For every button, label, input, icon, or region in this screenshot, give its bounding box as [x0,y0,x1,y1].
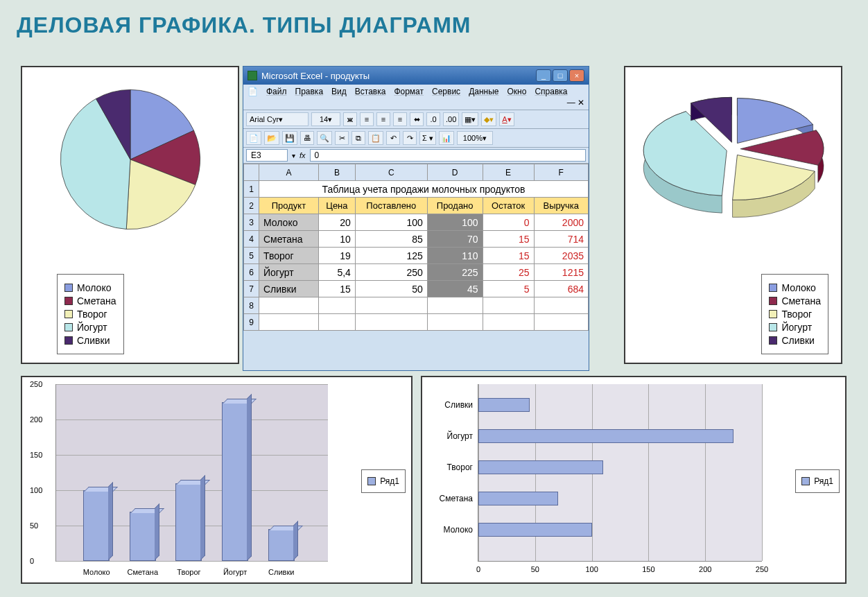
x-tick-label: Молоко [76,568,117,576]
font-color-button[interactable]: A▾ [499,112,514,126]
excel-titlebar[interactable]: Microsoft Excel - продукты _ □ × [243,67,589,85]
table-row[interactable]: 7 Сливки 15 50 45 5 684 [244,281,589,297]
menu-insert[interactable]: Вставка [355,87,386,96]
y-category-label: Молоко [444,525,478,535]
y-tick-label: 250 [30,380,325,388]
pie-legend-right: МолокоСметанаТворогЙогуртСливки [761,274,828,354]
col-header-e[interactable]: E [483,164,534,181]
standard-toolbar: 📄 📂 💾 🖶 🔍 ✂ ⧉ 📋 ↶ ↷ Σ ▾ 📊 100% ▾ [243,129,589,148]
horizontal-bar [478,492,558,505]
legend-item: Молоко [64,282,116,293]
menu-data[interactable]: Данные [469,87,498,96]
x-tick-label: Сливки [261,568,302,576]
open-button[interactable]: 📂 [264,131,279,145]
font-size-select[interactable]: 14 ▾ [311,112,340,126]
y-category-label: Сливки [444,400,478,410]
col-header-a[interactable]: A [259,164,319,181]
undo-button[interactable]: ↶ [386,131,400,145]
x-tick-label: 50 [531,565,539,573]
x-tick-label: 150 [642,565,654,573]
formula-input[interactable]: 0 [310,149,586,162]
table-row[interactable]: 6 Йогурт 5,4 250 225 25 1215 [244,264,589,281]
header-supplied[interactable]: Поставлено [355,198,427,214]
save-button[interactable]: 💾 [282,131,297,145]
column-bar [83,490,110,561]
fill-color-button[interactable]: ◆▾ [481,112,496,126]
header-revenue[interactable]: Выручка [534,198,588,214]
horizontal-bar [478,523,592,537]
header-product[interactable]: Продукт [259,198,319,214]
menu-help[interactable]: Справка [535,87,567,96]
redo-button[interactable]: ↷ [403,131,417,145]
maximize-button[interactable]: □ [553,69,568,82]
y-tick-label: 150 [30,451,325,459]
header-rest[interactable]: Остаток [483,198,534,214]
col-header-d[interactable]: D [427,164,483,181]
horizontal-bar [478,398,530,412]
legend-item: Творог [64,309,116,320]
name-box-dropdown-icon[interactable]: ▾ [292,152,295,159]
align-left-button[interactable]: ≡ [360,112,374,126]
legend-item: Сливки [64,335,116,346]
zoom-select[interactable]: 100% ▾ [457,131,493,145]
new-button[interactable]: 📄 [246,131,261,145]
decrease-decimal-button[interactable]: .00 [443,112,459,126]
align-center-button[interactable]: ≡ [376,112,390,126]
font-name-select[interactable]: Arial Cyr ▾ [246,112,309,126]
increase-decimal-button[interactable]: .0 [426,112,440,126]
doc-icon: 📄 [248,87,258,96]
bar-chart-horizontal-panel: 050100150200250СливкиЙогуртТворогСметана… [421,376,847,584]
table-title-cell[interactable]: Таблица учета продажи молочных продуктов [259,181,589,198]
menu-edit[interactable]: Правка [295,87,324,96]
chart-wizard-button[interactable]: 📊 [439,131,454,145]
excel-menubar: 📄 Файл Правка Вид Вставка Формат Сервис … [243,85,589,110]
column-chart-plot: 050100150200250МолокоСметанаТворогЙогурт… [55,384,328,562]
menu-window[interactable]: Окно [507,87,526,96]
copy-button[interactable]: ⧉ [351,131,365,145]
menu-file[interactable]: Файл [266,87,287,96]
x-tick-label: 100 [585,565,598,573]
autosum-button[interactable]: Σ ▾ [419,131,436,145]
column-bar [130,512,156,561]
page-title: ДЕЛОВАЯ ГРАФИКА. ТИПЫ ДИАГРАММ [0,0,868,45]
menu-format[interactable]: Формат [394,87,424,96]
x-tick-label: Йогурт [214,568,256,576]
align-right-button[interactable]: ≡ [393,112,407,126]
col-header-b[interactable]: B [318,164,355,181]
column-chart-legend: Ряд1 [361,469,406,493]
x-tick-label: 200 [699,565,711,573]
col-header-f[interactable]: F [534,164,588,181]
table-row[interactable]: 3 Молоко 20 100 100 0 2000 [244,214,589,231]
cut-button[interactable]: ✂ [335,131,349,145]
excel-window: Microsoft Excel - продукты _ □ × 📄 Файл … [243,66,589,371]
table-row[interactable]: 4 Сметана 10 85 70 15 714 [244,231,589,248]
preview-button[interactable]: 🔍 [317,131,332,145]
menu-view[interactable]: Вид [331,87,347,96]
header-price[interactable]: Цена [318,198,355,214]
pie-chart-2d-panel: МолокоСметанаТворогЙогуртСливки [21,66,239,364]
x-tick-label: 250 [756,565,768,573]
bold-button[interactable]: ж [343,112,357,126]
y-category-label: Сметана [439,494,478,503]
table-row[interactable]: 5 Творог 19 125 110 15 2035 [244,248,589,264]
format-toolbar: Arial Cyr ▾ 14 ▾ ж ≡ ≡ ≡ ⬌ .0 .00 ▦▾ ◆▾ … [243,110,589,129]
spreadsheet-grid[interactable]: A B C D E F 1Таблица учета продажи молоч… [243,164,589,331]
header-sold[interactable]: Продано [427,198,483,214]
legend-item: Йогурт [64,322,116,333]
name-box[interactable]: E3 [246,149,288,162]
excel-window-title: Microsoft Excel - продукты [261,71,532,81]
merge-button[interactable]: ⬌ [410,112,424,126]
bar-chart-legend: Ряд1 [795,469,840,493]
col-header-c[interactable]: C [355,164,427,181]
borders-button[interactable]: ▦▾ [462,112,478,126]
menu-service[interactable]: Сервис [432,87,460,96]
legend-item: Сметана [64,295,116,306]
fx-icon[interactable]: fx [300,151,306,159]
print-button[interactable]: 🖶 [300,131,314,145]
paste-button[interactable]: 📋 [368,131,383,145]
y-category-label: Йогурт [447,431,478,441]
minimize-button[interactable]: _ [536,69,551,82]
close-button[interactable]: × [569,69,584,82]
legend-item: Сметана [769,295,821,306]
horizontal-bar [478,429,734,443]
